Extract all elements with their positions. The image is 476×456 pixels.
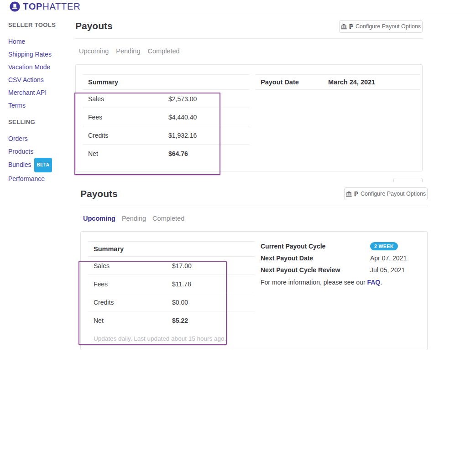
app-header: TOPHATTER xyxy=(0,0,476,14)
title-divider xyxy=(75,38,423,39)
summary-row-net: Net$64.76 xyxy=(83,145,249,163)
summary-row-net-2: Net$5.22 xyxy=(88,311,255,330)
next-payout-date-value: Apr 07, 2021 xyxy=(370,254,407,262)
sidebar-item-orders[interactable]: Orders xyxy=(8,132,74,145)
sidebar-item-home[interactable]: Home xyxy=(8,35,74,48)
tab-upcoming[interactable]: Upcoming xyxy=(79,47,109,55)
configure-payout-options-label-2: Configure Payout Options xyxy=(361,191,426,197)
summary-row-credits-2: Credits$0.00 xyxy=(88,293,255,311)
cropped-button-fragment xyxy=(393,178,423,182)
next-payout-cycle-review-value: Jul 05, 2021 xyxy=(370,266,405,274)
sidebar-item-terms[interactable]: Terms xyxy=(8,99,74,112)
summary-heading-2: Summary xyxy=(88,241,255,257)
payout-date-table: Payout DateMarch 24, 2021 xyxy=(255,74,420,90)
bank-icon xyxy=(346,191,352,197)
current-payout-cycle-row: Current Payout Cycle 2 WEEK xyxy=(261,240,425,252)
payout-summary-panel: Summary Sales$2,573.00 Fees$4,440.40 Cre… xyxy=(75,64,423,171)
payout-details: Current Payout Cycle 2 WEEK Next Payout … xyxy=(261,240,425,286)
tab-upcoming-active[interactable]: Upcoming xyxy=(83,215,115,222)
paypal-icon: ℙ xyxy=(354,191,358,197)
summary-row-sales: Sales$2,573.00 xyxy=(83,90,249,108)
payout-cycle-badge: 2 WEEK xyxy=(370,242,398,250)
tab-completed[interactable]: Completed xyxy=(148,47,180,55)
tab-pending[interactable]: Pending xyxy=(116,47,140,55)
faq-info-line: For more information, please see our FAQ… xyxy=(261,279,425,286)
sidebar-item-csv-actions[interactable]: CSV Actions xyxy=(8,73,74,86)
next-payout-cycle-review-row: Next Payout Cycle Review Jul 05, 2021 xyxy=(261,264,425,276)
sidebar-item-shipping-rates[interactable]: Shipping Rates xyxy=(8,48,74,61)
payout-summary-panel-2: Summary Sales$17.00 Fees$11.78 Credits$0… xyxy=(80,231,428,350)
payouts-tabs-2: Upcoming Pending Completed xyxy=(83,215,184,222)
tab-completed-2[interactable]: Completed xyxy=(152,215,184,222)
faq-link[interactable]: FAQ xyxy=(367,279,380,286)
sidebar-item-vacation-mode[interactable]: Vacation Mode xyxy=(8,61,74,73)
top-hat-icon xyxy=(10,1,20,12)
sidebar: SELLER TOOLS Home Shipping Rates Vacatio… xyxy=(8,21,74,185)
page-title: Payouts xyxy=(75,21,113,31)
page-title-2: Payouts xyxy=(80,188,118,199)
payout-date-row: Payout DateMarch 24, 2021 xyxy=(255,74,420,90)
summary-footnote: Updates daily. Last updated about 15 hou… xyxy=(88,330,255,342)
sidebar-item-products[interactable]: Products xyxy=(8,145,74,158)
next-payout-date-row: Next Payout Date Apr 07, 2021 xyxy=(261,252,425,264)
payout-date-value: March 24, 2021 xyxy=(328,78,375,86)
sidebar-section-selling: SELLING xyxy=(8,119,74,132)
summary-row-sales-2: Sales$17.00 xyxy=(88,257,255,275)
title-divider-2 xyxy=(80,206,428,206)
tophatter-logo[interactable]: TOPHATTER xyxy=(10,1,80,12)
summary-row-credits: Credits$1,932.16 xyxy=(83,126,249,145)
configure-payout-options-button-2[interactable]: ℙ Configure Payout Options xyxy=(344,187,428,200)
configure-payout-options-button[interactable]: ℙ Configure Payout Options xyxy=(339,20,423,33)
bank-icon xyxy=(341,24,347,30)
summary-heading: Summary xyxy=(83,74,249,90)
beta-badge: BETA xyxy=(34,158,52,172)
sidebar-item-merchant-api[interactable]: Merchant API xyxy=(8,86,74,99)
sidebar-item-bundles[interactable]: BundlesBETA xyxy=(8,158,74,172)
tab-pending-2[interactable]: Pending xyxy=(122,215,146,222)
summary-row-fees: Fees$4,440.40 xyxy=(83,108,249,126)
configure-payout-options-label: Configure Payout Options xyxy=(356,23,421,30)
sidebar-item-performance[interactable]: Performance xyxy=(8,172,74,185)
logo-text: TOPHATTER xyxy=(23,1,80,12)
summary-table-2: Summary Sales$17.00 Fees$11.78 Credits$0… xyxy=(88,241,255,342)
summary-row-fees-2: Fees$11.78 xyxy=(88,275,255,293)
sidebar-section-seller-tools: SELLER TOOLS xyxy=(8,21,74,35)
payouts-tabs: Upcoming Pending Completed xyxy=(79,47,180,55)
paypal-icon: ℙ xyxy=(349,24,353,30)
summary-table: Summary Sales$2,573.00 Fees$4,440.40 Cre… xyxy=(83,74,249,163)
